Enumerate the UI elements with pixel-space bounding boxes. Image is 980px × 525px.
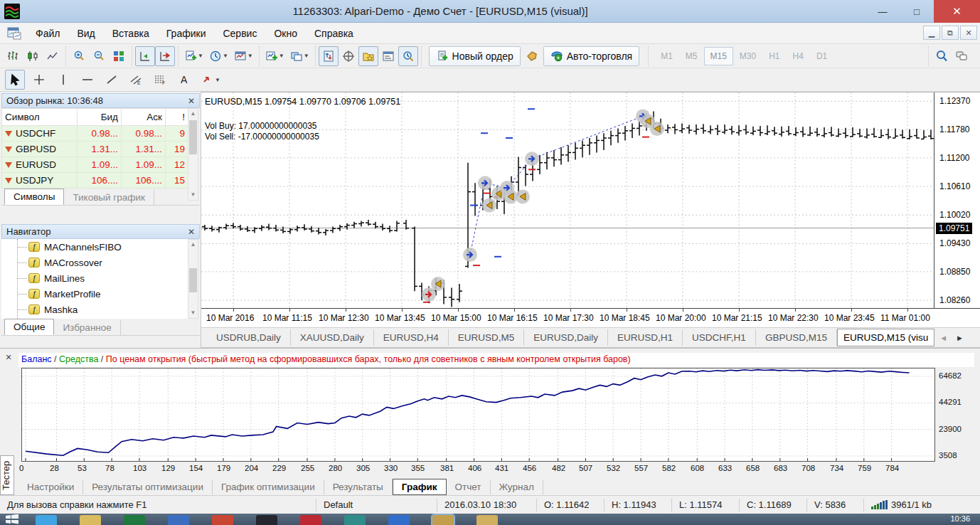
chart-tab[interactable]: XAUUSD,Daily xyxy=(291,329,374,346)
tab-scroll-left-icon[interactable]: ◄ xyxy=(936,332,951,344)
menu-графики[interactable]: Графики xyxy=(158,24,215,43)
dropdown-caret-icon[interactable]: ▼ xyxy=(247,53,253,59)
horizontal-line-tool-button[interactable] xyxy=(78,70,97,90)
market-watch-scrollbar[interactable]: ▲ ▼ xyxy=(188,108,198,201)
navigator-tab-favorites[interactable]: Избранное xyxy=(54,320,120,335)
price-chart[interactable]: EURUSD,M15 1.09754 1.09770 1.09706 1.097… xyxy=(201,92,934,308)
navigator-item[interactable]: ƒMarketProfile xyxy=(1,286,188,302)
navigator-scrollbar[interactable]: ▲ ▼ xyxy=(188,239,198,319)
navigator-item[interactable]: ƒMashka xyxy=(1,302,188,317)
zoom-out-button[interactable] xyxy=(89,46,109,66)
menu-вид[interactable]: Вид xyxy=(68,24,103,43)
market-watch-close-icon[interactable]: ✕ xyxy=(188,96,195,106)
tester-tab-item[interactable]: Результаты оптимизации xyxy=(83,479,213,494)
taskbar-app-skyblue-icon[interactable] xyxy=(388,515,410,525)
mdi-close-button[interactable]: ✕ xyxy=(960,26,977,40)
timeframe-m15-button[interactable]: M15 xyxy=(704,47,733,65)
navigator-item[interactable]: ƒMACrossover xyxy=(1,255,188,270)
minimize-button[interactable]: — xyxy=(866,0,900,23)
dropdown-caret-icon[interactable]: ▼ xyxy=(215,77,220,83)
dropdown-caret-icon[interactable]: ▼ xyxy=(198,53,203,59)
navigator-tab-common[interactable]: Общие xyxy=(4,319,54,335)
status-template[interactable]: Default xyxy=(316,499,437,511)
tester-close-icon[interactable]: ✕ xyxy=(3,351,14,363)
tester-tab-item[interactable]: Результаты xyxy=(324,479,393,494)
menu-файл[interactable]: Файл xyxy=(27,24,68,43)
market-watch-row[interactable]: USDJPY106....106....15 xyxy=(2,173,188,189)
navigator-close-icon[interactable]: ✕ xyxy=(188,227,195,237)
window-layout-button[interactable]: ▼ xyxy=(287,46,312,66)
taskbar-app-blue-icon[interactable] xyxy=(168,515,189,525)
trend-line-tool-button[interactable] xyxy=(102,70,122,90)
dropdown-caret-icon[interactable]: ▼ xyxy=(304,53,309,59)
arrow-tools-tool-button[interactable]: ▼ xyxy=(198,70,223,90)
market-watch-row[interactable]: USDCHF0.98...0.98...9 xyxy=(2,126,188,142)
market-watch-tab-symbols[interactable]: Символы xyxy=(4,189,64,205)
menu-вставка[interactable]: Вставка xyxy=(104,24,158,43)
close-button[interactable]: ✕ xyxy=(934,0,980,23)
crosshair-tool-button[interactable] xyxy=(339,46,358,66)
taskbar-app-crimson-icon[interactable] xyxy=(300,515,321,525)
chart-tab[interactable]: EURUSD,M5 xyxy=(449,329,525,346)
tester-tab-item[interactable]: Отчет xyxy=(447,479,491,494)
periods-button[interactable]: ▼ xyxy=(206,46,231,66)
tester-tab-item[interactable]: Журнал xyxy=(491,479,543,494)
chart-tab-active[interactable]: EURUSD,M15 (visu xyxy=(837,329,934,346)
taskbar-browser-icon[interactable] xyxy=(36,515,57,525)
price-scale[interactable]: 1.123701.117801.112001.106101.100201.094… xyxy=(934,92,980,308)
bar-chart-button[interactable] xyxy=(3,46,23,66)
taskbar-metatrader-icon[interactable] xyxy=(432,515,454,525)
timeframe-h1-button[interactable]: H1 xyxy=(762,47,786,65)
balance-chart[interactable] xyxy=(21,368,935,462)
favorites-button[interactable] xyxy=(358,46,378,66)
column-header-2[interactable]: Аск xyxy=(122,109,166,126)
time-axis[interactable]: 10 Mar 201610 Mar 11:1510 Mar 12:3010 Ma… xyxy=(201,308,980,328)
chart-tab[interactable]: EURUSD,H4 xyxy=(374,329,449,346)
navigator-item[interactable]: ƒMAChannelsFIBO xyxy=(1,239,188,255)
tester-tab-item[interactable]: График оптимизации xyxy=(213,479,324,494)
chart-tab[interactable]: GBPUSD,M15 xyxy=(756,329,837,346)
new-order-button[interactable]: Новый ордер xyxy=(429,46,521,66)
tile-windows-button[interactable] xyxy=(109,46,129,66)
dropdown-caret-icon[interactable]: ▼ xyxy=(279,53,284,59)
column-header-1[interactable]: Бид xyxy=(78,109,122,126)
column-header-3[interactable]: ! xyxy=(166,109,188,126)
chart-shift-button[interactable] xyxy=(155,46,175,66)
auto-trading-button[interactable]: Авто-торговля xyxy=(543,46,639,66)
auto-scroll-button[interactable] xyxy=(135,46,155,66)
line-chart-button[interactable] xyxy=(43,46,63,66)
crosshair-draw-tool-button[interactable] xyxy=(29,70,49,90)
search-icon[interactable] xyxy=(932,46,952,66)
balance-chart-canvas[interactable] xyxy=(22,368,934,461)
timeframe-m5-button[interactable]: M5 xyxy=(679,47,704,65)
taskbar-app-orange-icon[interactable] xyxy=(212,515,233,525)
fibonacci-tool-button[interactable]: F xyxy=(150,70,170,90)
dropdown-caret-icon[interactable]: ▼ xyxy=(223,53,228,59)
taskbar-app-green-icon[interactable] xyxy=(124,515,145,525)
chart-tab[interactable]: EURUSD,H1 xyxy=(608,329,683,346)
taskbar-app-gold-icon[interactable] xyxy=(476,515,498,525)
add-indicator-button[interactable]: ▼ xyxy=(262,46,287,66)
cursor-tool-button[interactable] xyxy=(5,70,25,90)
market-watch-row[interactable]: EURUSD1.09...1.09...12 xyxy=(2,157,188,173)
equidistant-channel-tool-button[interactable]: E xyxy=(126,70,146,90)
strategy-tester-button[interactable] xyxy=(398,46,418,66)
chart-tab[interactable]: USDRUB,Daily xyxy=(207,329,291,346)
market-watch-tab-tick-chart[interactable]: Тиковый график xyxy=(64,190,154,205)
tester-tab-graph-active[interactable]: График xyxy=(393,479,447,495)
candlestick-chart-button[interactable] xyxy=(23,46,43,66)
templates-button[interactable]: ▼ xyxy=(231,46,256,66)
column-header-0[interactable]: Символ xyxy=(2,109,78,126)
menu-справка[interactable]: Справка xyxy=(306,24,362,43)
price-alert-icon[interactable] xyxy=(522,46,542,66)
data-follow-button[interactable] xyxy=(319,46,339,66)
menu-окно[interactable]: Окно xyxy=(265,24,306,43)
mdi-restore-button[interactable]: ⧉ xyxy=(942,26,959,40)
menu-сервис[interactable]: Сервис xyxy=(214,24,265,43)
taskbar-app-dark-icon[interactable] xyxy=(256,515,277,525)
taskbar-folder-icon[interactable] xyxy=(80,515,101,525)
timeframe-d1-button[interactable]: D1 xyxy=(810,47,833,65)
new-chart-button[interactable]: ▼ xyxy=(181,46,206,66)
navigator-item[interactable]: ƒMailLines xyxy=(1,270,188,286)
chart-tab[interactable]: EURUSD,Daily xyxy=(524,329,608,346)
